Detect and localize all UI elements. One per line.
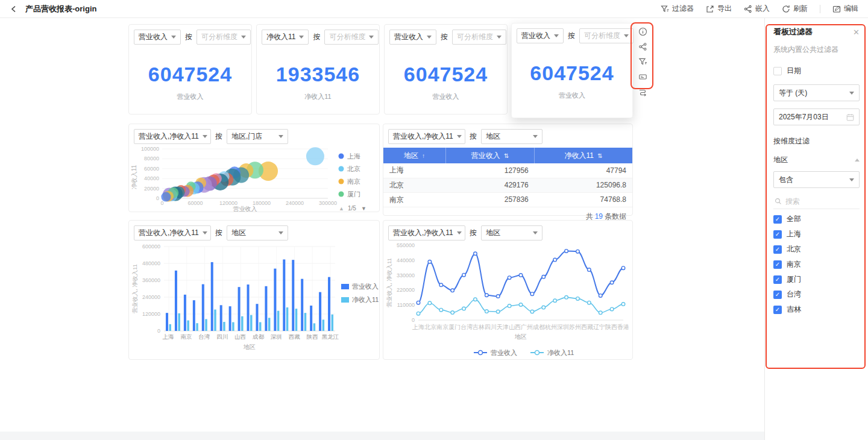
bar-revenue[interactable] <box>301 279 303 331</box>
bar-net-income[interactable] <box>322 319 325 331</box>
sort-icon[interactable]: ⇅ <box>597 152 602 159</box>
data-point[interactable] <box>610 307 614 311</box>
data-point[interactable] <box>599 311 602 315</box>
bar-revenue[interactable] <box>328 277 330 331</box>
kpi-card-4[interactable]: 营业收入 按 可分析维度 6047524 营业收入 <box>511 23 633 118</box>
data-point[interactable] <box>428 301 432 305</box>
page-up-icon[interactable]: ▲ <box>339 206 344 212</box>
data-point[interactable] <box>542 306 546 309</box>
legend-swatch[interactable] <box>339 166 344 172</box>
sort-icon[interactable]: ↑ <box>422 152 425 159</box>
flow-icon[interactable] <box>638 87 647 96</box>
checkbox-checked[interactable]: ✓ <box>773 215 782 224</box>
data-point[interactable] <box>496 295 500 298</box>
bar-net-income[interactable] <box>259 322 262 331</box>
bar-revenue[interactable] <box>274 269 276 331</box>
data-point[interactable] <box>621 303 625 306</box>
data-point[interactable] <box>451 289 454 292</box>
bar-net-income[interactable] <box>169 324 172 331</box>
metric-select[interactable]: 营业收入 <box>389 30 436 45</box>
filter-option[interactable]: ✓上海 <box>773 227 860 242</box>
bar-net-income[interactable] <box>332 315 334 331</box>
data-point[interactable] <box>542 275 546 279</box>
bar-net-income[interactable] <box>268 318 271 331</box>
data-point[interactable] <box>576 297 580 301</box>
bar-net-income[interactable] <box>241 316 244 331</box>
bar-revenue[interactable] <box>166 313 168 331</box>
bar-net-income[interactable] <box>295 309 298 331</box>
data-point[interactable] <box>474 298 477 301</box>
data-point[interactable] <box>485 294 489 297</box>
bar-net-income[interactable] <box>214 310 216 331</box>
collapse-icon[interactable] <box>855 159 860 162</box>
date-input[interactable]: 2025年7月03日 <box>773 108 860 125</box>
data-point[interactable] <box>508 304 511 308</box>
line-chart[interactable]: 0110000220000330000440000550000上海北京南京厦门台… <box>383 240 632 361</box>
bar-net-income[interactable] <box>196 323 198 331</box>
data-point[interactable] <box>565 250 568 253</box>
bar-revenue[interactable] <box>202 284 204 331</box>
data-point[interactable] <box>565 296 568 300</box>
table-row[interactable]: 南京25783674768.8 <box>383 192 632 207</box>
close-icon[interactable]: ✕ <box>853 28 860 37</box>
data-point[interactable] <box>462 273 466 277</box>
search-input[interactable] <box>785 197 852 206</box>
filter-option[interactable]: ✓厦门 <box>773 272 860 287</box>
legend-swatch[interactable] <box>341 284 349 289</box>
data-point[interactable] <box>621 266 625 270</box>
edit-button[interactable]: 编辑 <box>832 4 858 14</box>
data-point[interactable] <box>519 303 523 307</box>
bar-net-income[interactable] <box>178 313 180 331</box>
bar-revenue[interactable] <box>175 271 177 331</box>
data-point[interactable] <box>439 308 443 312</box>
sort-icon[interactable]: ⇅ <box>504 152 509 159</box>
bar-revenue[interactable] <box>283 259 285 331</box>
bar-net-income[interactable] <box>223 322 225 331</box>
filter-option[interactable]: ✓北京 <box>773 242 860 257</box>
dimension-select[interactable]: 可分析维度 <box>197 30 251 45</box>
filter-option[interactable]: ✓南京 <box>773 257 860 272</box>
bar-net-income[interactable] <box>232 322 234 331</box>
bar-net-income[interactable] <box>313 323 316 331</box>
table-column-header[interactable]: 地区 ↑ <box>383 148 445 163</box>
metric-select[interactable]: 营业收入,净收入11 <box>134 129 211 144</box>
dimension-select[interactable]: 可分析维度 <box>579 28 634 43</box>
bar-net-income[interactable] <box>250 315 253 331</box>
filter-option[interactable]: ✓台湾 <box>773 287 860 302</box>
dimension-select[interactable]: 地区 <box>481 129 542 144</box>
data-point[interactable] <box>530 292 534 296</box>
data-point[interactable] <box>462 307 466 310</box>
metric-select[interactable]: 净收入11 <box>262 30 309 45</box>
data-point[interactable] <box>485 310 489 313</box>
bar-net-income[interactable] <box>205 319 207 331</box>
bar-revenue[interactable] <box>265 286 267 331</box>
bubble-point[interactable] <box>161 192 171 202</box>
bar-revenue[interactable] <box>229 306 231 331</box>
checkbox-checked[interactable]: ✓ <box>773 230 782 239</box>
bar-net-income[interactable] <box>277 311 280 331</box>
legend-swatch[interactable] <box>339 179 344 184</box>
share-icon[interactable] <box>638 42 647 51</box>
bar-net-income[interactable] <box>187 321 189 331</box>
date-condition-select[interactable]: 等于 (天) <box>773 84 860 101</box>
metric-select[interactable]: 营业收入,净收入11 <box>388 129 465 144</box>
bar-revenue[interactable] <box>247 284 250 331</box>
bubble-point[interactable] <box>306 147 324 165</box>
bar-net-income[interactable] <box>304 313 307 331</box>
data-point[interactable] <box>519 274 523 277</box>
info-icon[interactable] <box>638 27 647 36</box>
bar-net-income[interactable] <box>286 307 289 331</box>
legend-marker[interactable] <box>535 351 539 355</box>
metric-select[interactable]: 营业收入,净收入11 <box>388 225 465 240</box>
bar-revenue[interactable] <box>184 295 186 331</box>
data-point[interactable] <box>417 301 420 304</box>
data-point[interactable] <box>428 260 432 263</box>
checkbox-checked[interactable]: ✓ <box>773 291 782 299</box>
dimension-select[interactable]: 地区 <box>481 225 542 240</box>
legend-swatch[interactable] <box>339 154 344 159</box>
bar-chart[interactable]: 0120000240000360000480000600000上海南京台湾四川山… <box>129 240 379 361</box>
data-point[interactable] <box>553 299 557 303</box>
filter-option[interactable]: ✓全部 <box>773 212 860 227</box>
filter-icon[interactable] <box>638 57 647 66</box>
legend-swatch[interactable] <box>341 297 349 303</box>
